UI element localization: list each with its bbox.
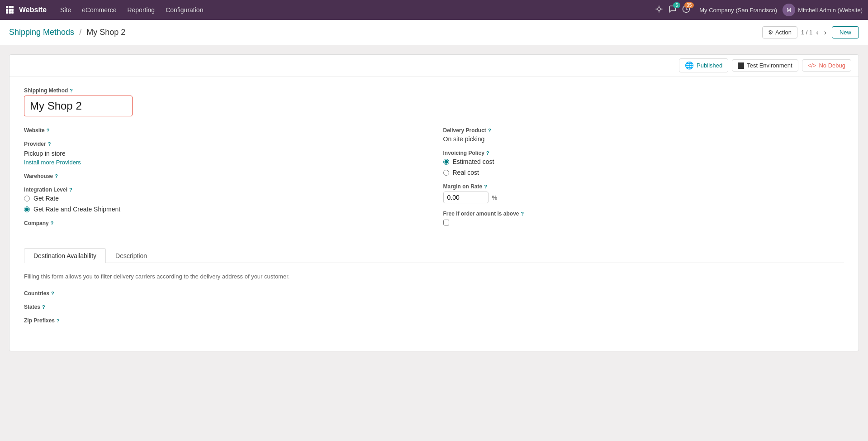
tab-content-destination: Filling this form allows you to filter d…	[24, 263, 844, 340]
zip-prefixes-label: Zip Prefixes	[24, 317, 55, 324]
published-button[interactable]: 🌐 Published	[679, 58, 728, 72]
shipping-method-help-icon[interactable]: ?	[70, 88, 73, 93]
breadcrumb-bar: Shipping Methods / My Shop 2 ⚙ Action 1 …	[0, 20, 868, 45]
tab-description-text: Filling this form allows you to filter d…	[24, 272, 844, 281]
delivery-product-help-icon[interactable]: ?	[488, 128, 491, 133]
website-label: Website	[24, 127, 45, 134]
app-brand[interactable]: Website	[19, 6, 47, 14]
chat-badge: 5	[673, 2, 680, 8]
integration-get-rate-radio[interactable]	[24, 196, 30, 201]
shipping-method-field-label: Shipping Method ?	[24, 87, 844, 94]
bug-icon[interactable]	[655, 5, 663, 15]
shipping-name-input[interactable]	[24, 96, 133, 116]
countries-help-icon[interactable]: ?	[51, 291, 54, 296]
user-name: Mitchell Admin (Website)	[798, 7, 863, 14]
breadcrumb-separator: /	[79, 28, 81, 37]
debug-code-icon: </>	[808, 62, 816, 69]
shipping-method-label: Shipping Method	[24, 87, 68, 94]
company-help-icon[interactable]: ?	[51, 220, 54, 226]
user-menu[interactable]: M Mitchell Admin (Website)	[783, 4, 863, 16]
pagination: 1 / 1 ‹ ›	[801, 28, 828, 38]
svg-rect-0	[6, 6, 8, 8]
pagination-text: 1 / 1	[801, 29, 812, 36]
nav-site[interactable]: Site	[56, 5, 76, 15]
svg-rect-3	[6, 9, 8, 11]
svg-rect-8	[11, 11, 14, 14]
delivery-product-label: Delivery Product	[443, 127, 486, 134]
breadcrumb-actions: ⚙ Action 1 / 1 ‹ › New	[762, 26, 859, 38]
margin-suffix: %	[492, 194, 498, 201]
integration-get-rate-create-option[interactable]: Get Rate and Create Shipment	[24, 206, 425, 213]
invoicing-real-cost-radio[interactable]	[443, 170, 449, 176]
company-label: Company	[24, 220, 49, 226]
tab-destination-label: Destination Availability	[33, 252, 96, 259]
invoicing-policy-field: Invoicing Policy ? Estimated cost Real c…	[443, 150, 844, 176]
nav-configuration[interactable]: Configuration	[161, 5, 208, 15]
invoicing-real-cost-option[interactable]: Real cost	[443, 169, 844, 176]
integration-get-rate-option[interactable]: Get Rate	[24, 195, 425, 202]
zip-prefixes-help-icon[interactable]: ?	[57, 318, 60, 323]
invoicing-policy-label: Invoicing Policy	[443, 150, 484, 156]
pagination-next[interactable]: ›	[822, 28, 828, 38]
svg-point-9	[658, 8, 660, 10]
provider-value: Pickup in store	[24, 150, 425, 157]
apps-menu-icon[interactable]	[5, 5, 14, 15]
invoicing-estimated-radio[interactable]	[443, 159, 449, 165]
provider-help-icon[interactable]: ?	[48, 141, 51, 147]
tab-description-label: Description	[115, 252, 147, 259]
margin-on-rate-input[interactable]	[443, 192, 489, 203]
delivery-product-value: On site picking	[443, 135, 844, 143]
company-field: Company ?	[24, 220, 425, 226]
margin-on-rate-input-group: %	[443, 192, 844, 203]
install-more-providers-link[interactable]: Install more Providers	[24, 159, 425, 166]
warehouse-help-icon[interactable]: ?	[55, 173, 58, 179]
free-if-checkbox[interactable]	[443, 220, 449, 225]
states-help-icon[interactable]: ?	[42, 304, 45, 310]
nav-ecommerce[interactable]: eCommerce	[77, 5, 121, 15]
integration-level-field: Integration Level ? Get Rate Get Rate an…	[24, 187, 425, 213]
published-label: Published	[697, 62, 722, 69]
new-button[interactable]: New	[832, 26, 859, 38]
no-debug-button[interactable]: </> No Debug	[802, 59, 851, 72]
svg-rect-4	[9, 9, 11, 11]
margin-on-rate-help-icon[interactable]: ?	[484, 184, 487, 189]
shipping-method-name-section: Shipping Method ?	[24, 87, 844, 116]
breadcrumb-current: My Shop 2	[86, 28, 125, 37]
integration-get-rate-create-label: Get Rate and Create Shipment	[33, 206, 120, 213]
free-if-label: Free if order amount is above	[443, 211, 519, 217]
top-navigation: Website Site eCommerce Reporting Configu…	[0, 0, 868, 20]
breadcrumb-parent[interactable]: Shipping Methods	[9, 28, 74, 37]
states-field: States ?	[24, 304, 844, 310]
black-square-icon	[738, 62, 744, 69]
globe-icon: 🌐	[685, 61, 694, 70]
pagination-prev[interactable]: ‹	[814, 28, 820, 38]
integration-level-radio-group: Get Rate Get Rate and Create Shipment	[24, 195, 425, 213]
tabs-bar: Destination Availability Description	[24, 248, 844, 263]
action-button[interactable]: ⚙ Action	[762, 26, 797, 38]
no-debug-label: No Debug	[819, 62, 845, 69]
company-name: My Company (San Francisco)	[699, 7, 777, 14]
invoicing-estimated-label: Estimated cost	[453, 158, 494, 165]
invoicing-policy-radio-group: Estimated cost Real cost	[443, 158, 844, 176]
invoicing-policy-help-icon[interactable]: ?	[486, 150, 489, 156]
integration-level-help-icon[interactable]: ?	[69, 187, 72, 192]
test-environment-button[interactable]: Test Environment	[732, 59, 798, 72]
form-topbar: 🌐 Published Test Environment </> No Debu…	[9, 55, 859, 77]
breadcrumb: Shipping Methods / My Shop 2	[9, 28, 762, 37]
free-if-checkbox-group	[443, 219, 844, 225]
website-help-icon[interactable]: ?	[47, 128, 50, 133]
nav-reporting[interactable]: Reporting	[123, 5, 159, 15]
free-if-help-icon[interactable]: ?	[521, 211, 524, 216]
integration-get-rate-create-radio[interactable]	[24, 206, 30, 212]
chat-icon[interactable]: 5	[669, 5, 677, 15]
integration-get-rate-label: Get Rate	[33, 195, 59, 202]
svg-rect-5	[11, 9, 14, 11]
left-column: Website ? Provider ? Pickup in store	[24, 127, 425, 234]
tab-description[interactable]: Description	[106, 248, 157, 263]
main-content: 🌐 Published Test Environment </> No Debu…	[0, 45, 868, 360]
clock-icon[interactable]: 35	[682, 5, 690, 15]
right-column: Delivery Product ? On site picking Invoi…	[443, 127, 844, 234]
tab-destination-availability[interactable]: Destination Availability	[24, 248, 106, 263]
svg-rect-6	[6, 11, 8, 14]
invoicing-estimated-option[interactable]: Estimated cost	[443, 158, 844, 165]
